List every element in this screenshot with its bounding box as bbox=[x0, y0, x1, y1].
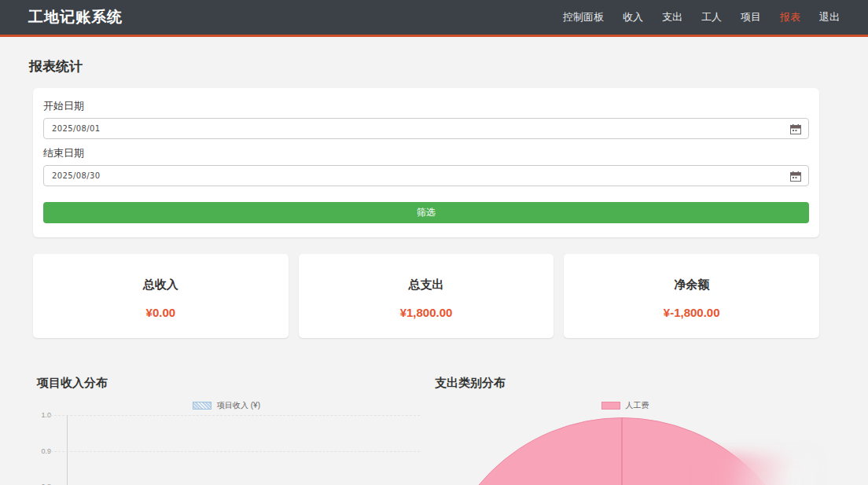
nav-item-logout[interactable]: 退出 bbox=[819, 10, 840, 24]
pie-chart-title: 支出类别分布 bbox=[435, 376, 819, 391]
calendar-icon[interactable] bbox=[790, 171, 801, 181]
total-income-label: 总收入 bbox=[33, 277, 289, 292]
end-date-label: 结束日期 bbox=[43, 146, 809, 160]
end-date-value: 2025/08/30 bbox=[52, 171, 101, 180]
nav-item-projects[interactable]: 项目 bbox=[741, 10, 761, 24]
filter-form-card: 开始日期 2025/08/01 结束日期 2025/08/30 筛选 bbox=[33, 88, 819, 237]
total-expense-value: ¥1,800.00 bbox=[299, 306, 554, 319]
net-balance-label: 净余额 bbox=[564, 277, 819, 292]
net-balance-value: ¥-1,800.00 bbox=[564, 306, 819, 319]
page-content: 报表统计 开始日期 2025/08/01 结束日期 2025/08/30 筛选 … bbox=[33, 57, 819, 485]
nav-item-reports[interactable]: 报表 bbox=[780, 10, 800, 24]
expense-category-chart: 支出类别分布 人工费 bbox=[431, 376, 819, 485]
pie-legend-swatch bbox=[601, 402, 620, 410]
pie-chart-area bbox=[431, 413, 819, 485]
page-title: 报表统计 bbox=[29, 57, 819, 75]
filter-button[interactable]: 筛选 bbox=[43, 202, 809, 223]
project-income-chart: 项目收入分布 项目收入 (¥) 1.00.90.80.70.60.50.4 bbox=[33, 376, 420, 485]
pie-slice-seam bbox=[621, 418, 623, 485]
bar-chart-legend: 项目收入 (¥) bbox=[33, 401, 420, 410]
end-date-input[interactable]: 2025/08/30 bbox=[43, 165, 809, 186]
gridline bbox=[50, 451, 420, 452]
y-tick-label: 1.0 bbox=[33, 411, 51, 419]
summary-cards-row: 总收入 ¥0.00 总支出 ¥1,800.00 净余额 ¥-1,800.00 bbox=[33, 254, 819, 338]
bar-chart-plot: 1.00.90.80.70.60.50.4 bbox=[33, 415, 420, 485]
total-income-card: 总收入 ¥0.00 bbox=[33, 254, 289, 338]
bar-legend-swatch bbox=[193, 402, 211, 410]
pie-chart-legend: 人工费 bbox=[431, 401, 819, 410]
total-income-value: ¥0.00 bbox=[33, 306, 289, 319]
calendar-icon[interactable] bbox=[790, 123, 801, 134]
nav-item-income[interactable]: 收入 bbox=[623, 10, 643, 24]
net-balance-card: 净余额 ¥-1,800.00 bbox=[564, 254, 819, 338]
nav-item-dashboard[interactable]: 控制面板 bbox=[563, 10, 604, 24]
bar-legend-label: 项目收入 (¥) bbox=[217, 400, 260, 411]
pie-legend-label: 人工费 bbox=[626, 400, 649, 411]
total-expense-card: 总支出 ¥1,800.00 bbox=[299, 254, 554, 338]
y-tick-label: 0.9 bbox=[33, 447, 51, 455]
main-nav: 控制面板 收入 支出 工人 项目 报表 退出 bbox=[563, 10, 840, 24]
pie-slice-labor-cost[interactable] bbox=[436, 417, 808, 485]
bar-chart-title: 项目收入分布 bbox=[37, 376, 420, 391]
app-header: 工地记账系统 控制面板 收入 支出 工人 项目 报表 退出 bbox=[0, 0, 868, 37]
nav-item-workers[interactable]: 工人 bbox=[701, 10, 722, 24]
start-date-input[interactable]: 2025/08/01 bbox=[43, 118, 809, 139]
gridline bbox=[50, 415, 420, 416]
y-axis-line bbox=[67, 415, 68, 485]
app-title: 工地记账系统 bbox=[28, 7, 123, 28]
start-date-label: 开始日期 bbox=[43, 99, 809, 113]
nav-item-expense[interactable]: 支出 bbox=[662, 10, 682, 24]
start-date-value: 2025/08/01 bbox=[52, 124, 101, 133]
total-expense-label: 总支出 bbox=[299, 277, 554, 292]
charts-row: 项目收入分布 项目收入 (¥) 1.00.90.80.70.60.50.4 支出… bbox=[33, 376, 819, 485]
